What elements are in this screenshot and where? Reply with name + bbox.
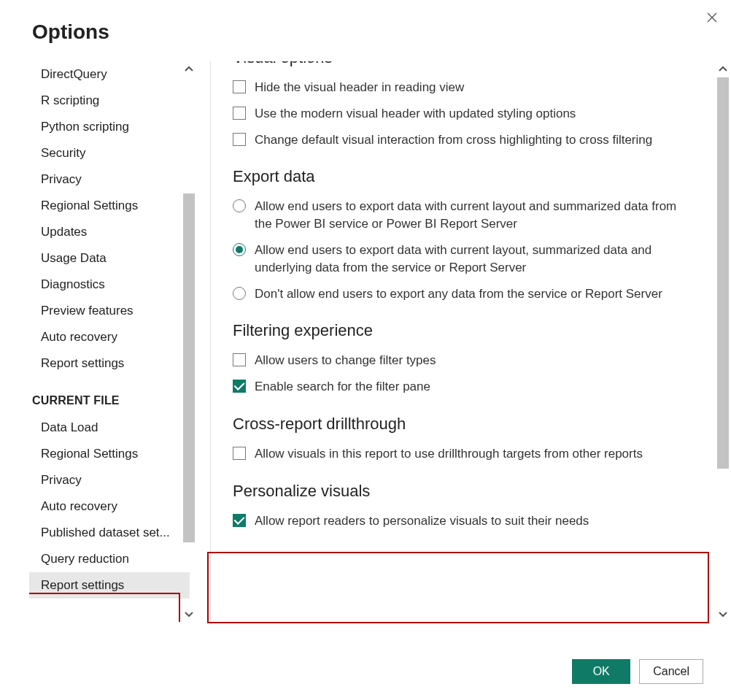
sidebar: DirectQueryR scriptingPython scriptingSe… bbox=[29, 61, 197, 622]
sidebar-item-security[interactable]: Security bbox=[29, 140, 190, 166]
sidebar-item-label: Regional Settings bbox=[41, 447, 138, 461]
sidebar-item-auto-recovery[interactable]: Auto recovery bbox=[29, 493, 190, 520]
content-panel: Visual optionsHide the visual header in … bbox=[210, 61, 731, 622]
cancel-button[interactable]: Cancel bbox=[639, 659, 703, 684]
option-label: Enable search for the filter pane bbox=[255, 378, 692, 396]
sidebar-item-label: Published dataset set... bbox=[41, 526, 170, 539]
sidebar-item-r-scripting[interactable]: R scripting bbox=[29, 88, 190, 114]
option-label: Don't allow end users to export any data… bbox=[255, 285, 692, 303]
sidebar-item-python-scripting[interactable]: Python scripting bbox=[29, 114, 190, 140]
sidebar-item-query-reduction[interactable]: Query reduction bbox=[29, 546, 190, 572]
sidebar-item-label: Security bbox=[41, 146, 85, 160]
option-label: Allow end users to export data with curr… bbox=[255, 198, 692, 233]
sidebar-item-label: Updates bbox=[41, 225, 87, 239]
sidebar-item-auto-recovery[interactable]: Auto recovery bbox=[29, 324, 190, 350]
group-title-export-data: Export data bbox=[233, 167, 692, 186]
scroll-down-icon[interactable] bbox=[181, 606, 197, 622]
sidebar-item-directquery[interactable]: DirectQuery bbox=[29, 61, 190, 88]
group-title-filtering-experience: Filtering experience bbox=[233, 321, 692, 340]
group-title-personalize-visuals: Personalize visuals bbox=[233, 482, 692, 501]
scrollbar-track[interactable] bbox=[715, 77, 731, 606]
sidebar-item-privacy[interactable]: Privacy bbox=[29, 166, 190, 193]
option-row: Allow end users to export data with curr… bbox=[233, 237, 692, 281]
sidebar-item-label: Privacy bbox=[41, 172, 82, 186]
sidebar-item-label: Diagnostics bbox=[41, 277, 105, 291]
sidebar-item-label: DirectQuery bbox=[41, 67, 107, 81]
radio[interactable] bbox=[233, 287, 246, 300]
radio[interactable] bbox=[233, 199, 246, 212]
scrollbar-track[interactable] bbox=[181, 77, 197, 606]
sidebar-item-published-dataset-set[interactable]: Published dataset set... bbox=[29, 520, 190, 546]
close-icon[interactable] bbox=[706, 12, 718, 26]
option-row: Allow end users to export data with curr… bbox=[233, 193, 692, 237]
sidebar-item-label: Report settings bbox=[41, 578, 124, 592]
sidebar-item-usage-data[interactable]: Usage Data bbox=[29, 245, 190, 272]
sidebar-item-report-settings[interactable]: Report settings bbox=[29, 350, 190, 377]
sidebar-item-label: Auto recovery bbox=[41, 499, 117, 513]
checkbox[interactable] bbox=[233, 514, 246, 527]
checkbox[interactable] bbox=[233, 447, 246, 460]
sidebar-item-label: R scripting bbox=[41, 93, 99, 107]
option-row: Hide the visual header in reading view bbox=[233, 74, 692, 101]
sidebar-scrollbar[interactable] bbox=[181, 61, 197, 622]
content-scrollbar[interactable] bbox=[715, 61, 731, 622]
sidebar-item-label: Auto recovery bbox=[41, 330, 117, 344]
checkbox[interactable] bbox=[233, 380, 246, 393]
checkbox[interactable] bbox=[233, 353, 246, 366]
scrollbar-thumb[interactable] bbox=[183, 193, 195, 542]
sidebar-item-label: Preview features bbox=[41, 304, 134, 318]
radio[interactable] bbox=[233, 243, 246, 256]
sidebar-item-report-settings[interactable]: Report settings bbox=[29, 572, 190, 599]
group-title-visual-options: Visual options bbox=[233, 61, 692, 67]
option-row: Change default visual interaction from c… bbox=[233, 127, 692, 153]
option-row: Use the modern visual header with update… bbox=[233, 101, 692, 127]
option-label: Allow report readers to personalize visu… bbox=[255, 512, 692, 530]
sidebar-item-label: Python scripting bbox=[41, 120, 129, 134]
sidebar-item-data-load[interactable]: Data Load bbox=[29, 415, 190, 441]
scrollbar-thumb[interactable] bbox=[717, 77, 729, 469]
option-row: Don't allow end users to export any data… bbox=[233, 281, 692, 307]
option-row: Allow users to change filter types bbox=[233, 347, 692, 374]
sidebar-item-label: Data Load bbox=[41, 420, 98, 434]
option-label: Allow end users to export data with curr… bbox=[255, 242, 692, 277]
option-label: Change default visual interaction from c… bbox=[255, 131, 692, 149]
option-row: Allow visuals in this report to use dril… bbox=[233, 441, 692, 467]
scroll-up-icon[interactable] bbox=[715, 61, 731, 77]
sidebar-item-regional-settings[interactable]: Regional Settings bbox=[29, 193, 190, 219]
dialog-title: Options bbox=[32, 20, 731, 44]
option-label: Allow visuals in this report to use dril… bbox=[255, 445, 692, 463]
checkbox[interactable] bbox=[233, 133, 246, 146]
sidebar-item-privacy[interactable]: Privacy bbox=[29, 467, 190, 493]
sidebar-item-label: Usage Data bbox=[41, 251, 107, 265]
option-label: Allow users to change filter types bbox=[255, 352, 692, 369]
sidebar-item-label: Regional Settings bbox=[41, 199, 138, 212]
scroll-down-icon[interactable] bbox=[715, 606, 731, 622]
scroll-up-icon[interactable] bbox=[181, 61, 197, 77]
sidebar-item-preview-features[interactable]: Preview features bbox=[29, 298, 190, 324]
checkbox[interactable] bbox=[233, 80, 246, 93]
option-row: Enable search for the filter pane bbox=[233, 374, 692, 400]
sidebar-section-header: CURRENT FILE bbox=[29, 377, 190, 415]
option-label: Hide the visual header in reading view bbox=[255, 79, 692, 96]
sidebar-item-updates[interactable]: Updates bbox=[29, 219, 190, 245]
checkbox[interactable] bbox=[233, 107, 246, 120]
sidebar-item-label: Report settings bbox=[41, 356, 124, 370]
group-title-cross-report-drillthrough: Cross-report drillthrough bbox=[233, 415, 692, 434]
sidebar-item-diagnostics[interactable]: Diagnostics bbox=[29, 272, 190, 298]
option-row: Allow report readers to personalize visu… bbox=[233, 508, 692, 534]
dialog-footer: OK Cancel bbox=[572, 659, 703, 684]
sidebar-item-label: Privacy bbox=[41, 473, 82, 487]
sidebar-item-regional-settings[interactable]: Regional Settings bbox=[29, 441, 190, 467]
option-label: Use the modern visual header with update… bbox=[255, 105, 692, 123]
ok-button[interactable]: OK bbox=[572, 659, 630, 684]
sidebar-item-label: Query reduction bbox=[41, 552, 129, 566]
